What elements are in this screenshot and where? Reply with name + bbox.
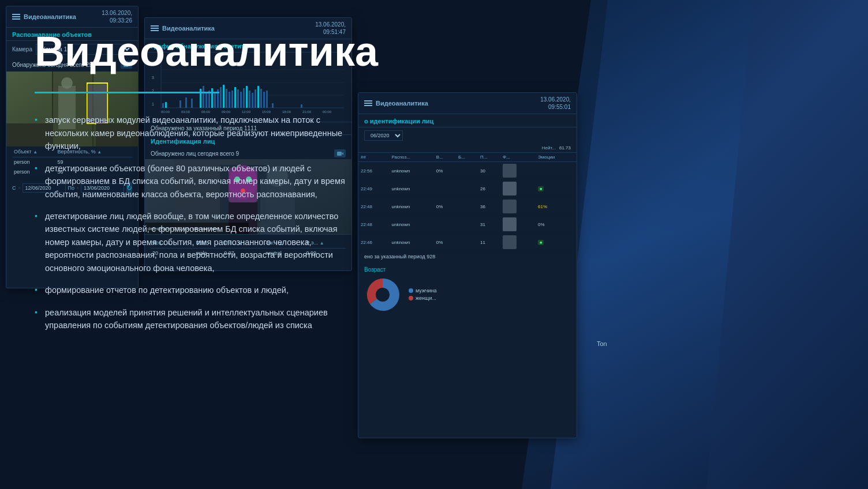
- row3-v1: 0%: [434, 198, 456, 216]
- bullet-item-4: формирование отчетов по детектированию о…: [35, 284, 352, 296]
- emotion-pct-4: 0%: [538, 222, 545, 227]
- row1-emotion: [536, 162, 577, 180]
- row5-thumb: [500, 234, 536, 251]
- row1-v2: [456, 162, 478, 180]
- row1-name: unknown: [389, 162, 433, 180]
- panel3-period-text: ено за указанный период 928: [358, 251, 577, 262]
- panel3-section-title: о идентификации лиц: [358, 114, 577, 127]
- row5-emotion: ■: [536, 234, 577, 251]
- row4-v1: [434, 216, 456, 234]
- filter-row: 06/2020: [358, 127, 577, 144]
- legend-item-female: женщи...: [409, 295, 437, 301]
- row2-thumb: [500, 180, 536, 198]
- legend-dot-male: [409, 288, 413, 293]
- panel3-datetime: 13.06.2020, 09:55:01: [540, 96, 571, 111]
- face-table-container: ## Распоз... В... Б... П... Ф... Эмоции …: [358, 153, 577, 251]
- col-b3: П...: [478, 153, 500, 162]
- row4-v3: 31: [478, 216, 500, 234]
- row1-v3: 30: [478, 162, 500, 180]
- col-emotion: Эмоции: [536, 153, 577, 162]
- col-b1: В...: [434, 153, 456, 162]
- age-title: Возраст: [364, 266, 571, 273]
- main-title: Видеоаналитика: [35, 29, 352, 74]
- legend-dot-female: [409, 296, 413, 300]
- bullet-item-3: детектирование лиц людей вообще, в том ч…: [35, 210, 352, 274]
- neutral-val: 61.73: [559, 145, 571, 151]
- legend-item-male: мужчина: [409, 288, 437, 294]
- row1-thumb: [500, 162, 536, 180]
- emotion-pct-3: 61%: [538, 204, 547, 209]
- row4-name: unknown: [389, 216, 433, 234]
- title-underline: [35, 92, 219, 93]
- row4-emotion: 0%: [536, 216, 577, 234]
- face-table-row: 22:48 unknown 0% 36 61%: [358, 198, 577, 216]
- col-b2: Б...: [456, 153, 478, 162]
- face-table-row: 22:48 unknown 31 0%: [358, 216, 577, 234]
- row1-v1: 0%: [434, 162, 456, 180]
- face-table-row: 22:49 unknown 26 ■: [358, 180, 577, 198]
- face-table-row: 22:46 unknown 0% 11 ■: [358, 234, 577, 251]
- panel3-header: Видеоаналитика 13.06.2020, 09:55:01: [358, 93, 577, 114]
- panel3-time: 09:55:01: [548, 104, 571, 110]
- row2-v2: [456, 180, 478, 198]
- row3-thumb: [500, 198, 536, 216]
- panel-face-detail: Видеоаналитика 13.06.2020, 09:55:01 о ид…: [358, 92, 577, 438]
- age-legend: мужчина женщи...: [409, 288, 437, 303]
- emotion-badge-5: ■: [538, 240, 544, 245]
- row2-emotion: ■: [536, 180, 577, 198]
- age-section: Возраст мужчина женщи...: [358, 262, 577, 318]
- legend-label-female: женщи...: [416, 295, 436, 301]
- row4-thumb: [500, 216, 536, 234]
- row3-v3: 36: [478, 198, 500, 216]
- age-chart-row: мужчина женщи...: [364, 276, 571, 314]
- col-recog: Распоз...: [389, 153, 433, 162]
- row2-name: unknown: [389, 180, 433, 198]
- row2-v1: [434, 180, 456, 198]
- row5-v2: [456, 234, 478, 251]
- neutral-label: Нейт...: [542, 145, 556, 151]
- row5-v3: 11: [478, 234, 500, 251]
- row4-v2: [456, 216, 478, 234]
- emotion-badge-2: ■: [538, 186, 544, 191]
- bullet-list: запуск серверных модулей видеоаналитики,…: [35, 114, 352, 332]
- row3-emotion: 61%: [536, 198, 577, 216]
- panel3-date: 13.06.2020,: [540, 96, 571, 103]
- row3-name: unknown: [389, 198, 433, 216]
- row2-v3: 26: [478, 180, 500, 198]
- bullet-item-1: запуск серверных модулей видеоаналитики,…: [35, 114, 352, 152]
- neutral-row: Нейт... 61.73: [358, 144, 577, 153]
- row5-name: unknown: [389, 234, 433, 251]
- bullet-item-2: детектирование объектов (более 80 различ…: [35, 162, 352, 201]
- row5-v1: 0%: [434, 234, 456, 251]
- left-panel: Видеоаналитика запуск серверных модулей …: [0, 0, 387, 489]
- row3-v2: [456, 198, 478, 216]
- bullet-item-5: реализация моделей принятия решений и ин…: [35, 306, 352, 332]
- col-b4: Ф...: [500, 153, 536, 162]
- face-table-row: 22:56 unknown 0% 30: [358, 162, 577, 180]
- face-data-table: ## Распоз... В... Б... П... Ф... Эмоции …: [358, 153, 577, 251]
- ton-label: Ton: [597, 340, 607, 347]
- legend-label-male: мужчина: [416, 288, 437, 294]
